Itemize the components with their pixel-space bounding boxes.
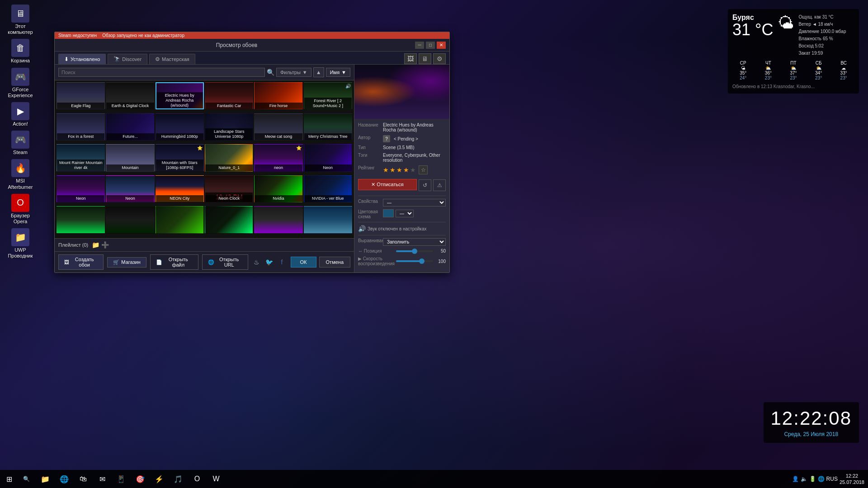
minimize-button[interactable]: ─ [415,42,424,49]
wallpaper-item[interactable]: ⭐ neon [254,144,302,171]
facebook-social-icon[interactable]: f [277,257,287,267]
wallpaper-item[interactable] [57,206,105,233]
desktop-icon-opera[interactable]: O Браузер Opera [5,194,36,225]
start-button[interactable]: ⊞ [0,470,18,488]
taskbar-mail[interactable]: ✉ [93,470,111,488]
properties-dropdown[interactable]: — [383,199,446,206]
maximize-button[interactable]: □ [426,42,435,49]
speed-slider-row: ▶ Скорость воспроизведения 100 [358,256,446,266]
wallpaper-item[interactable] [205,206,253,233]
twitter-social-icon[interactable]: 🐦 [264,257,274,267]
wallpaper-item[interactable]: Mount Rainier Mountain river 4k [57,144,105,171]
wallpaper-item[interactable]: Fox in a forest [57,113,105,141]
speed-slider[interactable] [396,260,433,262]
wallpaper-item[interactable]: ⭐ Mountain with Stars [1080p 60FPS] [156,144,204,171]
taskbar-app2[interactable]: 🎯 [131,470,149,488]
unsubscribe-button[interactable]: ✕ Отписаться [358,179,417,190]
wallpaper-grid: Eagle Flag Earth & Digital Clock Electri… [55,80,354,238]
desktop-icon-gforce[interactable]: 🎮 GForce Experience [5,68,36,99]
detail-tags-row: Тэги Everyone, Cyberpunk, Other resoluti… [358,153,446,163]
wallpaper-item[interactable]: Mountain [106,144,154,171]
alert-button[interactable]: ⚠ [433,179,446,191]
sound-row: 🔊 Звук отключен в настройках [358,225,446,232]
desktop-icon-basket[interactable]: 🗑 Корзина [5,39,36,64]
wallpaper-item[interactable] [304,206,352,233]
tab-discover[interactable]: 🔭 Discover [108,54,147,64]
collapse-button[interactable]: ▲ [313,67,324,77]
wallpaper-item[interactable]: Earth & Digital Clock [106,82,154,109]
tab-installed[interactable]: ⬇ Установлено [58,54,106,64]
desktop-icon-uwp[interactable]: 📁 UWP Проводник [5,228,36,259]
wallpaper-item[interactable]: NEON City [156,175,204,202]
ok-button[interactable]: ОК [291,257,316,267]
wallpaper-item[interactable]: Neon [57,175,105,202]
wallpaper-item[interactable]: Meow cat song [254,113,302,141]
playlist-add-button[interactable]: ➕ [101,241,109,249]
taskbar-app6[interactable]: W [207,470,225,488]
taskbar-file-explorer[interactable]: 📁 [36,470,54,488]
wallpaper-item[interactable]: Fantastic Car [205,82,253,109]
wallpaper-item[interactable]: Fire horse [254,82,302,109]
desktop-icon-msi[interactable]: 🔥 MSI Afterburner [5,159,36,190]
wallpaper-item[interactable]: 🔊 Forest River [ 2 Sound+Music 2 ] [304,82,352,109]
main-window: Steam недоступен Обзор запущено не как а… [54,32,450,273]
wallpaper-item-electric[interactable]: Electric Hues by Andreas Rocha (w/sound) [156,82,204,109]
desktop-icon-steam[interactable]: 🎮 Steam [5,131,36,155]
wallpaper-item[interactable]: Hummingbird 1080p [156,113,204,141]
wallpaper-item[interactable] [156,206,204,233]
color-scheme-dropdown[interactable]: — [396,210,414,217]
monitor-view-icon[interactable]: 🖥 [419,53,431,64]
taskbar-edge[interactable]: 🌐 [55,470,73,488]
details-info: Название Electric Hues by Andreas Rocha … [354,119,449,272]
wallpaper-item[interactable]: Future... [106,113,154,141]
wallpaper-item[interactable]: 10:43 PM Neon Clock [205,175,253,202]
divider2 [358,222,446,222]
desktop-icons: 🖥 Этот компьютер 🗑 Корзина 🎮 GForce Expe… [5,5,36,259]
wallpaper-item[interactable] [106,206,154,233]
sort-chevron-icon: ▼ [341,70,346,75]
search-taskbar-button[interactable]: 🔍 [18,470,34,488]
position-slider[interactable] [396,250,433,252]
sort-dropdown[interactable]: Имя ▼ [326,68,350,77]
taskbar-app5[interactable]: O [188,470,206,488]
wallpaper-view-icon[interactable]: 🖼 [404,53,417,64]
desktop-icon-action[interactable]: ▶ Action! [5,102,36,127]
discover-icon: 🔭 [113,56,120,62]
taskbar-store[interactable]: 🛍 [74,470,92,488]
search-input[interactable] [58,68,265,77]
rate-button[interactable]: ☆ [419,165,428,174]
wallpaper-item[interactable]: Neon [304,144,352,171]
file-icon: 📄 [156,259,162,265]
taskbar-app1[interactable]: 📱 [112,470,130,488]
steam-social-icon[interactable]: ♨ [252,257,262,267]
alignment-dropdown[interactable]: Заполнить [383,238,446,246]
playlist-folder-button[interactable]: 📁 [92,241,99,249]
filter-button[interactable]: Фильтры ▼ [276,68,311,77]
wallpaper-item[interactable]: Nature_0_1 [205,144,253,171]
open-url-button[interactable]: 🌐 Открыть URL [202,254,248,270]
weather-days: СР🌤35°24° ЧТ⛅36°23° ПТ⛅37°23° СБ⛅34°23° … [732,61,854,80]
taskbar-app4[interactable]: 🎵 [169,470,187,488]
taskbar-app3[interactable]: ⚡ [150,470,168,488]
wallpaper-item[interactable]: Landscape Stars Universe 1080p [205,113,253,141]
wallpaper-item[interactable]: Neon [106,175,154,202]
color-swatch[interactable] [383,209,394,217]
cancel-button[interactable]: Отмена [319,257,350,267]
wallpaper-item[interactable] [254,206,302,233]
refresh-button[interactable]: ↺ [419,179,431,191]
playlist-bar: Плейлист (0) 📁 ➕ [55,238,354,251]
wallpaper-item[interactable]: NVIDIA - ver Blue [304,175,352,202]
tab-workshop[interactable]: ⚙ Мастерская [149,54,195,64]
create-wallpaper-button[interactable]: 🖼 Создать обои [58,254,104,270]
wallpaper-item[interactable]: Merry Christmas Tree [304,113,352,141]
close-button[interactable]: ✕ [437,42,446,49]
wallpaper-item[interactable]: Eagle Flag [57,82,105,109]
shop-button[interactable]: 🛒 Магазин [107,257,146,267]
create-icon: 🖼 [64,259,69,265]
wallpaper-item[interactable]: Nvidia [254,175,302,202]
search-button[interactable]: 🔍 [267,69,274,76]
desktop-icon-computer[interactable]: 🖥 Этот компьютер [5,5,36,35]
open-file-button[interactable]: 📄 Открыть файл [150,254,198,270]
settings-icon[interactable]: ⚙ [433,53,446,64]
play-icon: ▶ [358,256,362,261]
